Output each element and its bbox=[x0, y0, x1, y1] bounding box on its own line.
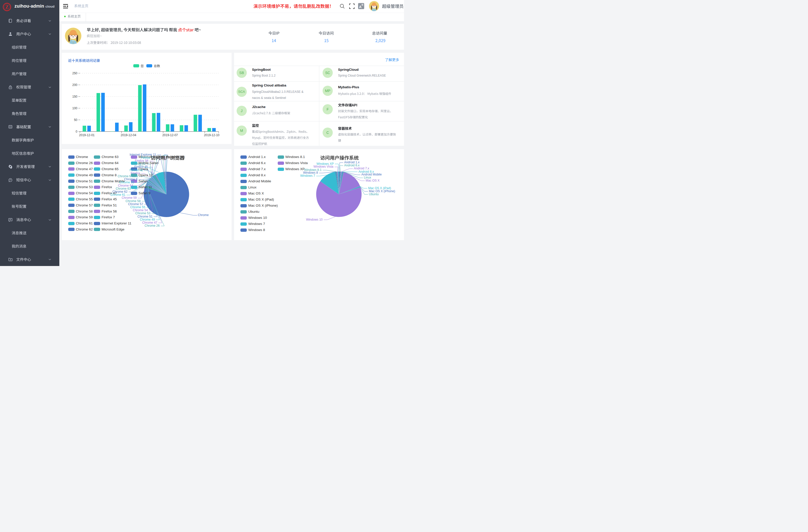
svg-text:0: 0 bbox=[76, 130, 77, 133]
svg-text:2019-12-10: 2019-12-10 bbox=[204, 133, 220, 137]
svg-text:250: 250 bbox=[72, 72, 77, 75]
svg-text:200: 200 bbox=[72, 83, 77, 87]
svg-text:100: 100 bbox=[72, 107, 77, 110]
svg-text:A: A bbox=[359, 5, 362, 9]
svg-text:50: 50 bbox=[74, 118, 78, 122]
svg-text:2019-12-04: 2019-12-04 bbox=[121, 133, 136, 137]
svg-text:Z: Z bbox=[5, 4, 8, 10]
svg-text:150: 150 bbox=[72, 95, 77, 98]
svg-text:2019-12-07: 2019-12-07 bbox=[162, 133, 178, 137]
svg-text:2019-12-01: 2019-12-01 bbox=[79, 133, 95, 137]
